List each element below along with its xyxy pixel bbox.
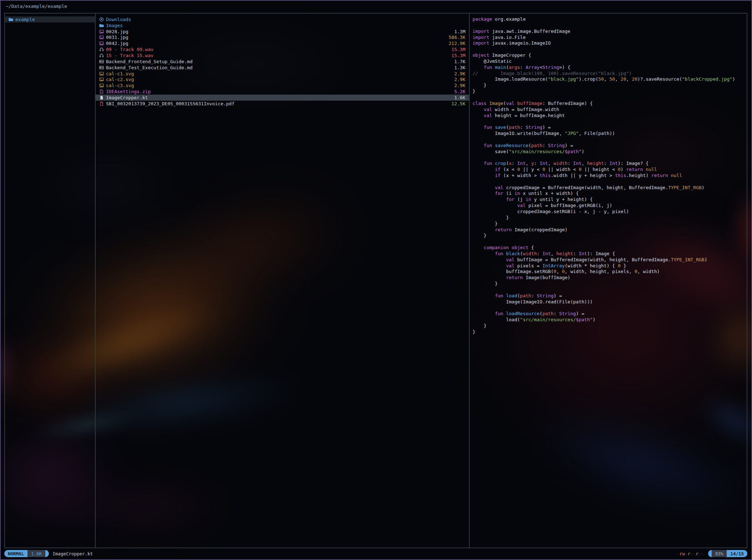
audio-icon bbox=[99, 53, 106, 58]
file-row[interactable]: Backend_Test_Execution_Guide.md1.3K bbox=[96, 65, 469, 71]
file-size: 1.3K bbox=[454, 65, 465, 70]
file-list: DownloadsImages0028.jpg1.3M0031.jpg586.3… bbox=[96, 16, 469, 107]
image-icon bbox=[99, 77, 106, 82]
file-row[interactable]: 09 - Track 09.wav15.3M bbox=[96, 46, 469, 52]
image-icon bbox=[99, 71, 106, 76]
file-name: 09 - Track 09.wav bbox=[106, 47, 449, 52]
file-row[interactable]: ImageCropper.kt1.6K bbox=[96, 95, 469, 101]
file-size: 1.3M bbox=[454, 29, 465, 34]
file-row[interactable]: 0031.jpg586.3K bbox=[96, 35, 469, 41]
file-size: 15.3M bbox=[451, 47, 465, 52]
file-name: ImageCropper.kt bbox=[106, 95, 451, 100]
permissions: -rw-r--r-- bbox=[677, 551, 703, 556]
file-size: 1.6K bbox=[454, 95, 465, 100]
file-row[interactable]: IDEAsettings.zip5.2K bbox=[96, 89, 469, 95]
markdown-icon bbox=[99, 59, 106, 64]
file-row[interactable]: Images bbox=[96, 22, 469, 29]
code-content: package org.example import java.awt.imag… bbox=[470, 16, 747, 335]
file-size: 2.9K bbox=[454, 83, 465, 88]
markdown-icon bbox=[99, 65, 106, 70]
parent-pane[interactable]: example bbox=[5, 14, 96, 548]
breadcrumb-path: ~/Data/example/example bbox=[6, 2, 67, 10]
image-icon bbox=[99, 35, 106, 40]
file-row[interactable]: cal-c1.svg2.9K bbox=[96, 71, 469, 77]
folder-icon bbox=[99, 23, 106, 28]
image-icon bbox=[99, 83, 106, 88]
file-name: SBI_0032013739_2023_DE05_0003155631Invoi… bbox=[106, 101, 449, 106]
selected-filename: ImageCropper.kt bbox=[52, 551, 93, 556]
file-row[interactable]: Backend_Frontend_Setup_Guide.md1.7K bbox=[96, 59, 469, 65]
preview-pane[interactable]: package org.example import java.awt.imag… bbox=[470, 14, 747, 548]
panes-container: example DownloadsImages0028.jpg1.3M0031.… bbox=[4, 13, 747, 548]
archive-icon bbox=[99, 89, 106, 94]
file-row[interactable]: 0042.jpg212.9K bbox=[96, 40, 469, 46]
file-icon bbox=[99, 95, 106, 100]
yazi-file-manager: ~/Data/example/example example Downloads… bbox=[0, 0, 752, 560]
file-name: 0031.jpg bbox=[106, 35, 446, 40]
parent-dir-label: example bbox=[15, 17, 91, 22]
file-name: cal-c1.svg bbox=[106, 71, 451, 76]
file-name: Downloads bbox=[106, 17, 463, 22]
file-size: 2.9K bbox=[454, 71, 465, 76]
file-name: cal-c2.svg bbox=[106, 77, 451, 82]
cursor-position: 14/15 bbox=[727, 550, 747, 557]
selected-size-badge: 1.6K bbox=[27, 550, 45, 557]
file-size: 2.9K bbox=[454, 77, 465, 82]
file-name: cal-c3.svg bbox=[106, 83, 451, 88]
parent-dir-row[interactable]: example bbox=[5, 16, 95, 22]
file-row[interactable]: 15 - Track 15.wav15.3M bbox=[96, 52, 469, 59]
mode-badge: NORMAL bbox=[4, 550, 27, 557]
download-icon bbox=[99, 17, 106, 22]
powerline-separator-icon bbox=[45, 550, 49, 557]
file-row[interactable]: 0028.jpg1.3M bbox=[96, 29, 469, 35]
status-left: NORMAL 1.6K ImageCropper.kt bbox=[4, 550, 93, 557]
powerline-cap-icon bbox=[708, 550, 712, 557]
file-row[interactable]: SBI_0032013739_2023_DE05_0003155631Invoi… bbox=[96, 101, 469, 107]
file-size: 5.2K bbox=[454, 89, 465, 94]
pdf-icon bbox=[99, 101, 106, 106]
file-name: Backend_Frontend_Setup_Guide.md bbox=[106, 59, 451, 64]
file-row[interactable]: cal-c3.svg2.9K bbox=[96, 82, 469, 89]
image-icon bbox=[99, 41, 106, 46]
file-name: 15 - Track 15.wav bbox=[106, 53, 449, 58]
audio-icon bbox=[99, 47, 106, 52]
file-name: 0028.jpg bbox=[106, 29, 451, 34]
file-name: Backend_Test_Execution_Guide.md bbox=[106, 65, 451, 70]
file-name: 0042.jpg bbox=[106, 41, 446, 46]
file-size: 15.3M bbox=[451, 53, 465, 58]
file-list-pane[interactable]: DownloadsImages0028.jpg1.3M0031.jpg586.3… bbox=[96, 14, 470, 548]
file-size: 12.5K bbox=[451, 101, 465, 106]
file-name: IDEAsettings.zip bbox=[106, 89, 451, 94]
file-row[interactable]: cal-c2.svg2.9K bbox=[96, 76, 469, 82]
file-size: 212.9K bbox=[449, 41, 465, 46]
terminal-window: ~/Data/example/example example Downloads… bbox=[0, 0, 752, 560]
status-bar: NORMAL 1.6K ImageCropper.kt -rw-r--r-- 9… bbox=[4, 550, 747, 557]
status-right: -rw-r--r-- 93% 14/15 bbox=[677, 550, 747, 557]
file-name: Images bbox=[106, 23, 463, 28]
scroll-percent: 93% bbox=[712, 550, 727, 557]
file-size: 1.7K bbox=[454, 59, 465, 64]
folder-icon bbox=[9, 17, 15, 22]
image-icon bbox=[99, 29, 106, 34]
file-size: 586.3K bbox=[449, 35, 465, 40]
file-row[interactable]: Downloads bbox=[96, 16, 469, 22]
